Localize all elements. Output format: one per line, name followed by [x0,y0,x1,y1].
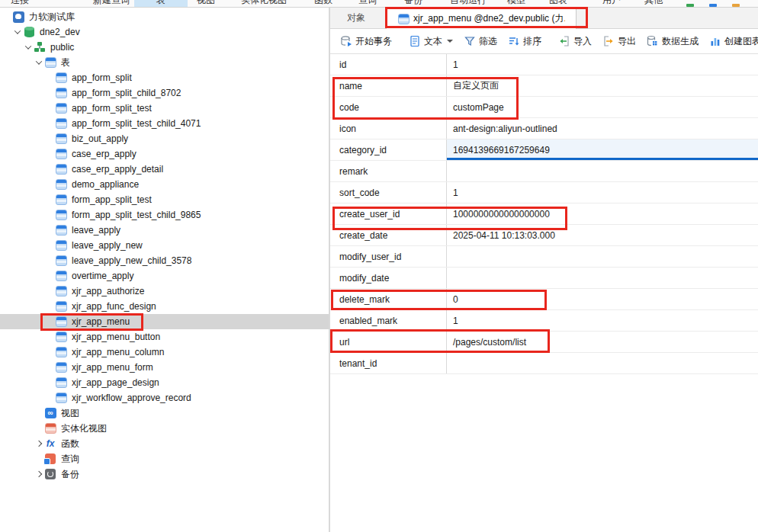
field-value-url[interactable]: /pages/custom/list [446,332,758,352]
tab-objects[interactable]: 对象 [336,8,376,28]
field-value-id[interactable]: 1 [446,54,758,75]
tree-item-label: xjr_app_menu_form [72,362,153,373]
table-icon [55,361,67,373]
field-value-tenant_id[interactable] [446,353,758,373]
top-toolbar-item[interactable]: 连接 [11,0,29,7]
field-row-code: codecustomPage [330,97,758,118]
filter-button[interactable]: 筛选 [458,31,503,51]
chevron-down-icon[interactable] [23,42,34,53]
tree-item--[interactable]: 实体化视图 [0,421,329,436]
tree-item--[interactable]: 备份 [0,466,329,482]
top-toolbar-item[interactable]: 图表 [549,0,567,7]
tab-table-data[interactable]: xjr_app_menu @dne2_dev.public (力... [386,8,577,29]
tree-item--[interactable]: 查询 [0,451,329,466]
tree-item-xjr_app_menu_column[interactable]: xjr_app_menu_column [0,345,329,360]
top-toolbar-item[interactable]: 模型 [507,0,525,7]
chevron-right-icon[interactable] [34,469,44,479]
import-button[interactable]: 导入 [553,31,597,51]
top-toolbar-item[interactable]: 备份 [404,0,422,7]
tree-item-label: xjr_app_authorize [72,286,144,296]
table-icon [55,194,67,206]
data-generate-button[interactable]: 数据生成 [641,31,704,51]
export-button[interactable]: 导出 [597,31,641,51]
tree-item-dne2_dev[interactable]: dne2_dev [0,24,329,40]
tree-item-xjr_workflow_approve_record[interactable]: xjr_workflow_approve_record [0,390,329,405]
tree-item-xjr_app_page_design[interactable]: xjr_app_page_design [0,375,329,390]
tree-item-leave_apply_new[interactable]: leave_apply_new [0,238,329,253]
field-value-name[interactable]: 自定义页面 [446,75,758,96]
chevron-right-icon[interactable] [34,438,44,449]
tree-item--[interactable]: 表 [0,55,329,70]
top-toolbar-item[interactable]: 查询 [358,0,377,7]
field-value-create_date[interactable]: 2025-04-11 10:13:03.000 [446,225,758,245]
tree-item-overtime_apply[interactable]: overtime_apply [0,268,329,284]
field-value-delete_mark[interactable]: 0 [446,289,758,309]
field-value-sort_code[interactable]: 1 [446,182,758,203]
top-toolbar-item[interactable]: 视图 [197,0,215,7]
tree-item-xjr_app_menu_button[interactable]: xjr_app_menu_button [0,329,329,345]
field-row-category_id: category_id1694139669167259649 [330,139,758,161]
tree-item-biz_out_apply[interactable]: biz_out_apply [0,131,329,146]
tree-item-leave_apply_new_child_3578[interactable]: leave_apply_new_child_3578 [0,253,329,268]
field-value-modify_date[interactable] [446,268,758,288]
table-icon [397,13,410,25]
tree-item-case_erp_apply[interactable]: case_erp_apply [0,146,329,162]
import-icon [558,35,570,47]
tree-item-form_app_split_test[interactable]: form_app_split_test [0,192,329,207]
tree-item-xjr_app_authorize[interactable]: xjr_app_authorize [0,284,329,299]
field-value-enabled_mark[interactable]: 1 [446,310,758,331]
tree-item-form_app_split_test_child_9865[interactable]: form_app_split_test_child_9865 [0,207,329,223]
tree-item-xjr_app_func_design[interactable]: xjr_app_func_design [0,299,329,314]
field-label-enabled_mark: enabled_mark [330,310,446,331]
tree-item-xjr_app_menu_form[interactable]: xjr_app_menu_form [0,360,329,375]
sort-button[interactable]: 排序 [503,31,547,51]
field-label-category_id: category_id [330,139,446,160]
create-chart-button[interactable]: 创建图表 [704,31,758,51]
tree-item--[interactable]: fx函数 [0,436,329,451]
top-toolbar-item[interactable]: 实体化视图 [241,0,287,7]
field-value-code[interactable]: customPage [446,97,758,117]
begin-transaction-button[interactable]: 开始事务 [335,31,397,51]
fx-icon: fx [44,437,56,450]
top-toolbar-item[interactable]: 用户 [602,0,621,7]
tree-item--[interactable]: 力软测试库 [0,9,329,24]
top-toolbar-item[interactable]: 新建查询 [93,0,130,7]
field-value-remark[interactable] [446,161,758,181]
field-value-modify_user_id[interactable] [446,246,758,267]
tree-item-label: leave_apply [72,225,120,236]
top-toolbar-item[interactable]: 自动运行 [450,0,487,7]
field-value-icon[interactable]: ant-design:aliyun-outlined [446,118,758,139]
tree-item--[interactable]: ∞视图 [0,405,329,421]
top-toolbar-item[interactable]: 其他 [644,0,663,7]
top-toolbar-item[interactable]: 表 [134,0,188,8]
chevron-down-icon[interactable] [12,27,23,37]
tree-item-app_form_split[interactable]: app_form_split [0,70,329,85]
table-icon [55,209,67,221]
table-icon [55,285,67,297]
tree-item-app_form_split_test_child_4071[interactable]: app_form_split_test_child_4071 [0,116,329,131]
tree-indent [44,286,55,296]
tree-indent [44,149,55,159]
field-value-category_id[interactable]: 1694139669167259649 [446,139,758,160]
chevron-down-icon[interactable] [447,40,453,43]
field-row-tenant_id: tenant_id [330,353,758,374]
top-toolbar-item[interactable]: 函数 [314,0,332,7]
tree-item-label: case_erp_apply [72,149,137,159]
tree-indent [44,255,55,266]
db-icon [23,26,35,38]
field-value-create_user_id[interactable]: 1000000000000000000 [446,204,758,224]
tree-item-app_form_split_test[interactable]: app_form_split_test [0,101,329,116]
tree-item-public[interactable]: public [0,40,329,55]
tree-item-case_erp_apply_detail[interactable]: case_erp_apply_detail [0,162,329,177]
create-chart-icon [709,35,721,47]
tree-item-xjr_app_menu[interactable]: xjr_app_menu [0,314,329,329]
tree-item-leave_apply[interactable]: leave_apply [0,223,329,238]
data-generate-icon [647,35,659,47]
field-row-modify_date: modify_date [330,268,758,289]
tree-item-demo_appliance[interactable]: demo_appliance [0,177,329,192]
top-toolbar-icon-fragment [686,4,694,7]
chevron-down-icon[interactable] [34,57,44,68]
tree-item-app_form_split_child_8702[interactable]: app_form_split_child_8702 [0,85,329,101]
tree-item-label: dne2_dev [40,27,80,37]
text-button[interactable]: 文本 [403,31,458,51]
